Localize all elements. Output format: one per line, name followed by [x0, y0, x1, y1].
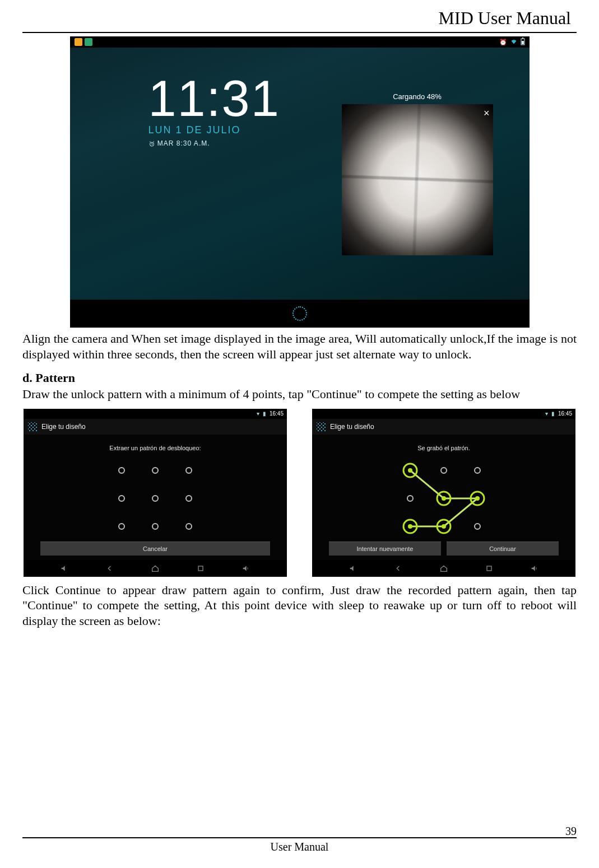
battery-icon: ▮: [263, 410, 266, 417]
clock-time: 11:31: [148, 70, 280, 128]
screenshot-row-pattern: ▾ ▮ 16:45 Elige tu diseño Extraer un pat…: [22, 409, 577, 577]
svg-point-6: [186, 468, 192, 473]
home-icon[interactable]: [151, 564, 160, 573]
svg-point-18: [407, 496, 413, 501]
svg-point-16: [441, 468, 447, 473]
alarm-icon: ⏰: [499, 39, 507, 46]
loading-spinner-icon: [292, 306, 307, 321]
volup-icon[interactable]: [530, 564, 539, 573]
face-unlock-widget: Cargando 48% ×: [339, 92, 496, 255]
cancel-button[interactable]: Cancelar: [40, 542, 270, 556]
svg-point-26: [442, 524, 446, 529]
paragraph-pattern-intro: Draw the unlock pattern with a minimum o…: [22, 386, 577, 402]
back-icon[interactable]: [105, 564, 114, 573]
screen-title: Elige tu diseño: [330, 423, 374, 431]
status-bar: ▾ ▮ 16:45: [312, 409, 575, 419]
clock-alarm: MAR 8:30 A.M.: [148, 139, 280, 147]
system-navbar: [312, 560, 575, 577]
hint-text: Extraer un patrón de desbloqueo:: [24, 445, 287, 451]
svg-point-7: [119, 496, 124, 501]
voldown-icon[interactable]: [349, 564, 357, 573]
pattern-grid[interactable]: [396, 459, 491, 538]
svg-point-5: [152, 468, 158, 473]
pattern-grid[interactable]: [108, 459, 203, 538]
wifi-icon: ▾: [545, 410, 548, 417]
lockscreen-bottombar: [70, 300, 530, 328]
loading-label: Cargando 48%: [339, 92, 496, 101]
alarm-icon: [148, 141, 155, 147]
status-bar: ⏰: [70, 36, 530, 48]
svg-rect-28: [487, 566, 491, 571]
notif-icon: [85, 38, 92, 46]
svg-point-11: [152, 524, 158, 529]
continue-button[interactable]: Continuar: [447, 542, 559, 556]
svg-point-20: [442, 496, 446, 501]
lockscreen-clock: 11:31 LUN 1 DE JULIO MAR 8:30 A.M.: [148, 70, 280, 147]
footer-label: User Manual: [22, 841, 577, 853]
recent-icon[interactable]: [485, 564, 494, 573]
svg-point-27: [475, 524, 480, 529]
battery-icon: [521, 38, 525, 46]
wifi-icon: ▾: [257, 410, 259, 417]
hint-text: Se grabó el patrón.: [312, 445, 575, 451]
paragraph-click-continue: Click Continue to appear draw pattern ag…: [22, 582, 577, 629]
svg-point-10: [119, 524, 124, 529]
svg-rect-2: [522, 38, 523, 39]
back-icon[interactable]: [394, 564, 403, 573]
system-navbar: [24, 560, 287, 577]
section-heading-d: d. Pattern: [22, 371, 577, 385]
retry-button[interactable]: Intentar nuevamente: [329, 542, 441, 556]
battery-icon: ▮: [551, 410, 555, 417]
wifi-icon: [510, 38, 517, 46]
document-header-title: MID User Manual: [22, 6, 577, 31]
screen-title-bar: Elige tu diseño: [24, 419, 287, 435]
pattern-icon: [317, 422, 326, 431]
page-footer: 39 User Manual: [22, 837, 577, 853]
svg-point-22: [475, 496, 480, 501]
button-row: Cancelar: [40, 542, 270, 556]
svg-point-24: [408, 524, 412, 529]
home-icon[interactable]: [439, 564, 448, 573]
header-rule: [22, 32, 577, 33]
svg-point-4: [119, 468, 124, 473]
screen-title-bar: Elige tu diseño: [312, 419, 575, 435]
notif-icon: [75, 38, 82, 46]
voldown-icon[interactable]: [60, 564, 69, 573]
close-icon[interactable]: ×: [484, 108, 490, 119]
screen-title: Elige tu diseño: [41, 423, 86, 431]
paragraph-align-camera: Align the camera and When set image disp…: [22, 331, 577, 362]
svg-point-12: [186, 524, 192, 529]
page-number: 39: [565, 825, 577, 838]
svg-rect-1: [522, 41, 524, 44]
status-time: 16:45: [270, 410, 284, 417]
screenshot-lockscreen: ⏰ 11:31 LUN 1 DE JULIO MAR 8:30 A.M. Car…: [70, 36, 530, 328]
status-bar: ▾ ▮ 16:45: [24, 409, 287, 419]
svg-point-8: [152, 496, 158, 501]
svg-point-9: [186, 496, 192, 501]
pattern-icon: [28, 422, 37, 431]
svg-point-17: [475, 468, 480, 473]
camera-preview: ×: [342, 104, 493, 255]
footer-rule: [22, 837, 577, 838]
svg-rect-13: [198, 566, 203, 571]
screenshot-pattern-draw: ▾ ▮ 16:45 Elige tu diseño Extraer un pat…: [24, 409, 287, 577]
svg-point-15: [408, 468, 412, 473]
screenshot-pattern-recorded: ▾ ▮ 16:45 Elige tu diseño Se grabó el pa…: [312, 409, 575, 577]
volup-icon[interactable]: [242, 564, 250, 573]
recent-icon[interactable]: [196, 564, 205, 573]
alarm-label: MAR 8:30 A.M.: [157, 139, 210, 147]
status-time: 16:45: [558, 410, 572, 417]
button-row: Intentar nuevamente Continuar: [329, 542, 559, 556]
